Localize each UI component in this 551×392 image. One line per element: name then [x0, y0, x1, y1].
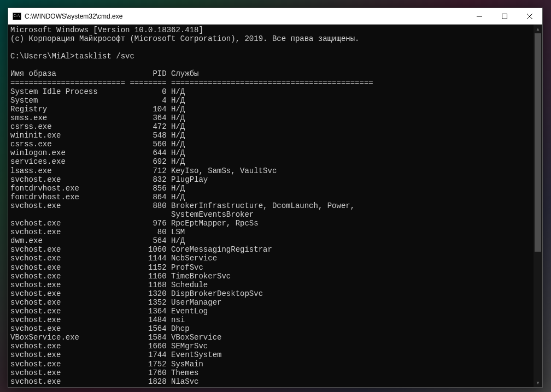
minimize-button[interactable] [467, 8, 492, 24]
titlebar[interactable]: C:\ C:\WINDOWS\system32\cmd.exe [8, 8, 542, 25]
scroll-up-icon[interactable]: ▲ [534, 25, 542, 33]
maximize-button[interactable] [492, 8, 517, 24]
window-title: C:\WINDOWS\system32\cmd.exe [25, 13, 122, 20]
scroll-down-icon[interactable]: ▼ [534, 378, 542, 387]
close-button[interactable] [517, 8, 542, 24]
cmd-window: C:\ C:\WINDOWS\system32\cmd.exe Microsof… [8, 8, 543, 388]
svg-rect-1 [502, 14, 507, 19]
titlebar-left: C:\ C:\WINDOWS\system32\cmd.exe [8, 13, 122, 20]
scroll-thumb[interactable] [535, 33, 541, 252]
terminal-output[interactable]: Microsoft Windows [Version 10.0.18362.41… [8, 25, 542, 387]
window-controls [467, 8, 542, 24]
cmd-icon: C:\ [13, 13, 21, 20]
scrollbar[interactable]: ▲ ▼ [534, 25, 542, 387]
